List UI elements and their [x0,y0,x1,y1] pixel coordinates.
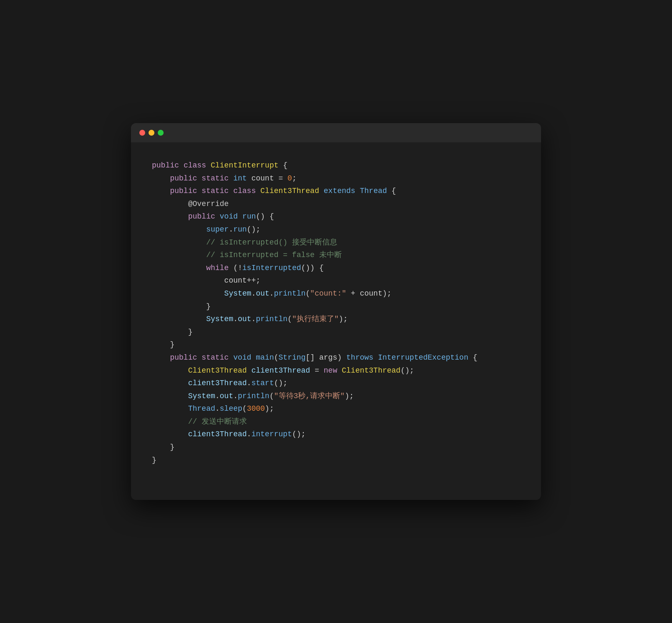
code-line-19: public static void main(String[] args) t… [152,351,520,364]
code-line-8: super.run(); [152,223,520,236]
close-button[interactable] [139,130,145,136]
code-line-27: // 发送中断请求 [152,415,520,428]
code-line-7: public void run() { [152,210,520,223]
code-line-29: } [152,441,520,454]
code-line-16: } [152,326,520,339]
code-line-30: } [152,454,520,467]
code-editor: public class ClientInterrupt { public st… [131,142,541,483]
code-line-3: public static int count = 0; [152,172,520,185]
code-line-5: public static class Client3Thread extend… [152,185,520,198]
code-line-13: System.out.println("count:" + count); [152,287,520,300]
code-line-9: // isInterrupted() 接受中断信息 [152,236,520,249]
titlebar [131,123,541,142]
minimize-button[interactable] [149,130,154,136]
code-line-28: client3Thread.interrupt(); [152,428,520,441]
code-line-24: System.out.println("等待3秒,请求中断"); [152,390,520,403]
code-line-15: System.out.println("执行结束了"); [152,313,520,326]
code-line-1: public class ClientInterrupt { [152,159,520,172]
code-line-14: } [152,300,520,313]
code-line-6: @Override [152,198,520,211]
code-window: public class ClientInterrupt { public st… [131,123,541,500]
code-line-20: Client3Thread client3Thread = new Client… [152,364,520,377]
code-line-25: Thread.sleep(3000); [152,402,520,415]
code-line-12: count++; [152,274,520,287]
code-line-11: while (!isInterrupted()) { [152,262,520,275]
code-line-10: // isInterrupted = false 未中断 [152,249,520,262]
maximize-button[interactable] [158,130,164,136]
code-line-17: } [152,338,520,351]
code-line-22: client3Thread.start(); [152,377,520,390]
